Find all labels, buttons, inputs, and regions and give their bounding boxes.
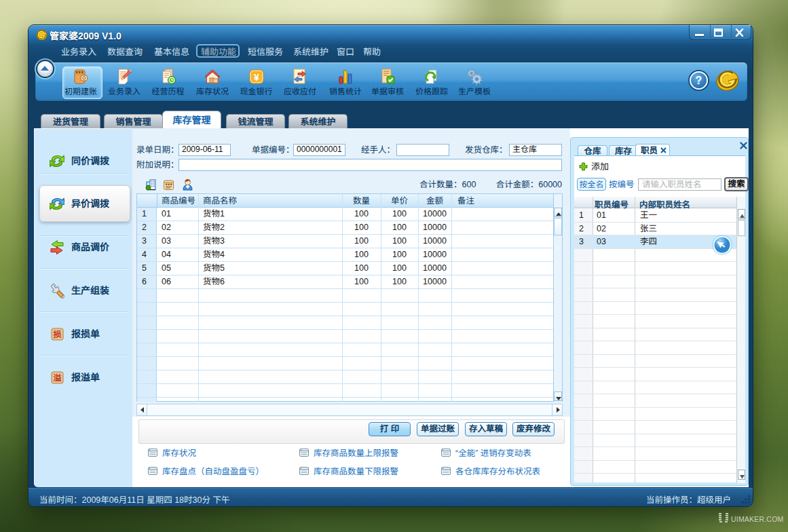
svg-text:损: 损 — [53, 328, 61, 339]
svg-text:¥: ¥ — [253, 71, 259, 83]
svg-text:溢: 溢 — [53, 371, 61, 383]
